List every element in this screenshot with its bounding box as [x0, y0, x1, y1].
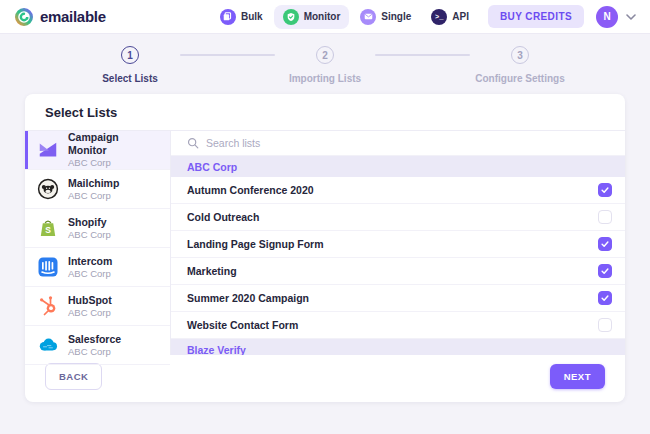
header-nav: Bulk Monitor Single >_ API BUY CREDITS N — [211, 5, 636, 29]
group-header-abc-corp: ABC Corp — [171, 156, 625, 177]
integration-name: HubSpot — [68, 294, 112, 307]
stepper-connector — [180, 54, 275, 56]
integration-name: Salesforce — [68, 333, 121, 346]
step-circle: 1 — [121, 46, 139, 64]
list-checkbox[interactable] — [598, 183, 612, 197]
logo[interactable]: emailable — [14, 7, 106, 27]
hubspot-icon — [37, 295, 59, 317]
nav-item-monitor[interactable]: Monitor — [274, 5, 350, 29]
avatar[interactable]: N — [596, 6, 618, 28]
integrations-sidebar: Campaign Monitor ABC Corp Mailchimp ABC … — [25, 131, 171, 355]
mailchimp-icon — [37, 178, 59, 200]
shopify-icon: S — [37, 217, 59, 239]
svg-text:S: S — [45, 225, 51, 235]
list-item-label: Autumn Conference 2020 — [187, 184, 314, 196]
sidebar-item-salesforce[interactable]: Salesforce ABC Corp — [25, 326, 170, 365]
step-configure-settings: 3 Configure Settings — [470, 46, 570, 84]
next-button[interactable]: NEXT — [550, 364, 605, 389]
nav-item-single[interactable]: Single — [351, 5, 420, 29]
group-header-label: ABC Corp — [187, 161, 237, 173]
bulk-icon — [220, 9, 236, 25]
list-item-autumn-conference-2020[interactable]: Autumn Conference 2020 — [171, 177, 625, 204]
sidebar-item-intercom[interactable]: Intercom ABC Corp — [25, 248, 170, 287]
list-item-marketing[interactable]: Marketing — [171, 258, 625, 285]
api-icon: >_ — [431, 9, 447, 25]
list-checkbox[interactable] — [598, 264, 612, 278]
search-icon — [187, 137, 199, 149]
select-lists-panel: Select Lists Campaign Monitor ABC Corp M… — [25, 94, 625, 402]
integration-name: Mailchimp — [68, 177, 119, 190]
monitor-icon — [283, 9, 299, 25]
list-item-cold-outreach[interactable]: Cold Outreach — [171, 204, 625, 231]
step-label: Select Lists — [102, 73, 158, 84]
nav-item-label: Single — [381, 11, 411, 22]
chevron-down-icon[interactable] — [626, 14, 636, 20]
wizard-stepper: 1 Select Lists 2 Importing Lists 3 Confi… — [0, 34, 650, 94]
list-item-label: Cold Outreach — [187, 211, 259, 223]
integration-name: Shopify — [68, 216, 111, 229]
logo-text: emailable — [40, 8, 106, 25]
list-item-label: Landing Page Signup Form — [187, 238, 324, 250]
integration-name: Intercom — [68, 255, 112, 268]
single-icon — [360, 9, 376, 25]
list-checkbox[interactable] — [598, 291, 612, 305]
panel-title: Select Lists — [25, 94, 625, 131]
integration-account: ABC Corp — [68, 346, 121, 357]
campaign-monitor-icon — [37, 139, 59, 161]
list-item-summer-2020-campaign[interactable]: Summer 2020 Campaign — [171, 285, 625, 312]
sidebar-item-shopify[interactable]: S Shopify ABC Corp — [25, 209, 170, 248]
step-label: Configure Settings — [475, 73, 564, 84]
lists-pane: ABC Corp Autumn Conference 2020 Cold Out… — [171, 131, 625, 355]
integration-account: ABC Corp — [68, 229, 111, 240]
nav-item-label: API — [452, 11, 469, 22]
intercom-icon — [37, 256, 59, 278]
stepper-connector — [375, 54, 470, 56]
step-select-lists: 1 Select Lists — [80, 46, 180, 84]
step-circle: 3 — [511, 46, 529, 64]
search-row — [171, 131, 625, 156]
sidebar-item-mailchimp[interactable]: Mailchimp ABC Corp — [25, 170, 170, 209]
nav-item-label: Bulk — [241, 11, 263, 22]
back-button[interactable]: BACK — [45, 363, 102, 390]
integration-account: ABC Corp — [68, 190, 119, 201]
step-circle: 2 — [316, 46, 334, 64]
nav-item-bulk[interactable]: Bulk — [211, 5, 272, 29]
emailable-logo-icon — [14, 7, 34, 27]
list-checkbox[interactable] — [598, 237, 612, 251]
salesforce-icon — [37, 334, 59, 356]
step-label: Importing Lists — [289, 73, 361, 84]
integration-account: ABC Corp — [68, 307, 112, 318]
search-input[interactable] — [206, 137, 609, 149]
integration-account: ABC Corp — [68, 157, 160, 168]
list-item-label: Summer 2020 Campaign — [187, 292, 309, 304]
sidebar-item-hubspot[interactable]: HubSpot ABC Corp — [25, 287, 170, 326]
group-header-label: Blaze Verify — [187, 344, 246, 356]
list-item-website-contact-form[interactable]: Website Contact Form — [171, 312, 625, 339]
sidebar-item-campaign-monitor[interactable]: Campaign Monitor ABC Corp — [25, 131, 170, 170]
integration-account: ABC Corp — [68, 268, 112, 279]
list-checkbox[interactable] — [598, 318, 612, 332]
list-item-landing-page-signup-form[interactable]: Landing Page Signup Form — [171, 231, 625, 258]
top-header: emailable Bulk Monitor Single >_ API BUY… — [0, 0, 650, 34]
integration-name: Campaign Monitor — [68, 131, 160, 156]
buy-credits-button[interactable]: BUY CREDITS — [488, 5, 584, 28]
group-header-blaze-verify: Blaze Verify — [171, 339, 625, 355]
list-item-label: Website Contact Form — [187, 319, 298, 331]
nav-item-api[interactable]: >_ API — [422, 5, 478, 29]
nav-item-label: Monitor — [304, 11, 341, 22]
list-checkbox[interactable] — [598, 210, 612, 224]
step-importing-lists: 2 Importing Lists — [275, 46, 375, 84]
list-item-label: Marketing — [187, 265, 237, 277]
